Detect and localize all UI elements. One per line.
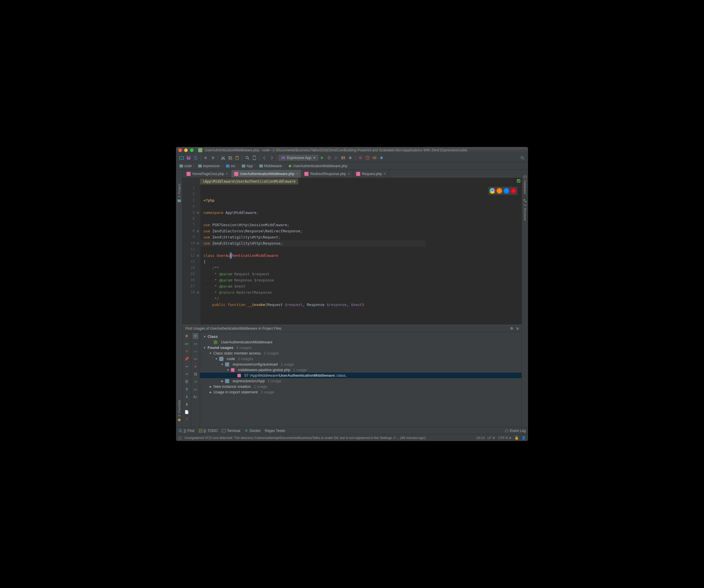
next-icon[interactable]: ➡	[184, 371, 190, 377]
group-icon[interactable]: ▭	[193, 341, 198, 347]
hector-icon[interactable]: 👤	[522, 436, 526, 440]
help-icon[interactable]: ?	[364, 154, 371, 161]
help-icon[interactable]: ?	[184, 417, 190, 422]
breadcrumb-item[interactable]: src	[225, 164, 237, 168]
breadcrumb-item[interactable]: App	[241, 164, 254, 168]
redo-icon[interactable]	[210, 154, 216, 161]
replace-icon[interactable]	[251, 154, 257, 161]
back-icon[interactable]	[261, 154, 268, 161]
run-configuration-dropdown[interactable]: Expressive App ▼	[279, 155, 318, 161]
minimize-window-button[interactable]	[184, 148, 188, 152]
chrome-icon[interactable]	[489, 188, 495, 194]
close-tab-icon[interactable]: ×	[296, 172, 298, 176]
stop-icon[interactable]: ●	[193, 364, 198, 370]
export2-icon[interactable]: ⬇	[184, 401, 190, 407]
preview-icon[interactable]: ▭	[193, 386, 198, 392]
event-log-button[interactable]: Event Log	[505, 429, 526, 433]
undo-icon[interactable]	[202, 154, 209, 161]
editor-area[interactable]: \App\Middleware\UserAuthenticationMiddle…	[182, 178, 522, 325]
close-window-button[interactable]	[178, 148, 182, 152]
listener-icon[interactable]	[371, 154, 378, 161]
autoscroll-icon[interactable]: ➜	[193, 379, 198, 385]
namespace-breadcrumb[interactable]: \App\Middleware\UserAuthenticationMiddle…	[200, 179, 298, 184]
settings-icon[interactable]	[357, 154, 364, 161]
close-icon[interactable]: ✕	[184, 348, 190, 354]
cursor-position[interactable]: 10:13	[476, 436, 485, 440]
stop-icon[interactable]	[347, 154, 353, 161]
tree-node[interactable]: ▼Class	[200, 334, 522, 339]
breadcrumb-item[interactable]: Middleware	[258, 164, 283, 168]
up-icon[interactable]: ⬆	[184, 386, 190, 392]
close-tab-icon[interactable]: ×	[384, 172, 386, 176]
read-only-icon[interactable]: 🔓	[515, 436, 519, 440]
forward-icon[interactable]	[269, 154, 275, 161]
zoom-window-button[interactable]	[190, 148, 193, 152]
cut-icon[interactable]	[220, 154, 226, 161]
profiler-icon[interactable]	[340, 154, 346, 161]
copy-icon[interactable]	[227, 154, 233, 161]
find-icon[interactable]	[244, 154, 250, 161]
export-icon[interactable]: ☰	[184, 379, 190, 385]
docker-tool-button[interactable]: Docker	[244, 429, 261, 433]
settings-icon[interactable]: ⚙	[184, 333, 190, 339]
gear-icon[interactable]: ⚙	[510, 326, 513, 331]
save-icon[interactable]	[185, 154, 192, 161]
breadcrumb-item[interactable]: CUserAuthenticationMiddleware.php	[287, 164, 349, 168]
merge-icon[interactable]: ▭	[193, 348, 198, 354]
terminal-tool-button[interactable]: Terminal	[222, 429, 240, 433]
filter-icon[interactable]: ▼	[193, 333, 198, 339]
open-icon[interactable]	[178, 154, 185, 161]
prev-icon[interactable]: ⬅	[184, 364, 190, 370]
opera-icon[interactable]	[511, 188, 516, 194]
tree-node[interactable]: ▼ middleware-pipeline.global.php1 usage	[200, 367, 522, 373]
tree-node[interactable]: UserAuthenticationMiddleware	[200, 339, 522, 345]
tree-node[interactable]: 57 \App\Middleware\UserAuthenticationMid…	[200, 373, 522, 378]
close-tab-icon[interactable]: ×	[226, 172, 228, 176]
pin-icon[interactable]: ⇲	[516, 326, 519, 331]
find-tool-button[interactable]: 3: Find	[178, 429, 194, 433]
close-tab-icon[interactable]: ×	[348, 172, 350, 176]
project-tool-button[interactable]: 1: Project	[177, 182, 182, 205]
rerun-icon[interactable]: ▸▸	[184, 341, 190, 347]
favorites-tool-button[interactable]: 2: Favorites	[177, 397, 182, 424]
editor-tab[interactable]: RedirectResponse.php×	[301, 170, 353, 178]
fold-gutter[interactable]: ⊟ ⊟ ⊟ ⊟ ⊟	[197, 178, 200, 325]
regex-tool-button[interactable]: Regex Tester	[265, 429, 285, 433]
breadcrumb-item[interactable]: code	[178, 164, 193, 168]
tree-node[interactable]: ▼ expressive/config/autoload1 usage	[200, 362, 522, 367]
down-icon[interactable]: ⬇	[184, 394, 190, 400]
safari-icon[interactable]	[504, 188, 509, 194]
editor-tab[interactable]: HomePageCest.php×	[184, 170, 231, 178]
usages-tree[interactable]: ▼Class UserAuthenticationMiddleware ▼Fou…	[200, 332, 522, 427]
file-encoding[interactable]: UTF-8 ≑	[498, 436, 512, 440]
debug-icon[interactable]	[326, 154, 333, 161]
breadcrumb-item[interactable]: expressive	[197, 164, 221, 168]
ai-icon[interactable]	[378, 154, 385, 161]
tree-node[interactable]: ▶Usage in import statement1 usage	[200, 389, 522, 395]
code-editor[interactable]: <?php namespace App\Middleware; use PSR7…	[200, 178, 522, 325]
editor-tab[interactable]: Request.php×	[353, 170, 389, 178]
pin-icon[interactable]: 📌	[184, 356, 190, 362]
collapse-icon[interactable]: ⊟	[193, 371, 198, 377]
line-separator[interactable]: LF ≑	[488, 436, 495, 440]
tree-node[interactable]: ▶ expressive/src/App1 usage	[200, 378, 522, 384]
run-icon[interactable]	[319, 154, 326, 161]
structure-tool-button[interactable]: Z: Structure	[522, 196, 528, 223]
editor-tab[interactable]: UserAuthenticationMiddleware.php×	[231, 170, 302, 178]
tree-node[interactable]: ▼Class static member access2 usages	[200, 350, 522, 356]
tree-node[interactable]: ▼Found usages4 usages	[200, 345, 522, 350]
flatten-icon[interactable]: ▭	[193, 356, 198, 362]
database-tool-button[interactable]: Database	[522, 173, 528, 196]
sort-icon[interactable]: A↓	[193, 394, 198, 400]
coverage-icon[interactable]	[333, 154, 339, 161]
todo-tool-button[interactable]: 6: TODO	[198, 429, 218, 433]
paste-icon[interactable]	[234, 154, 240, 161]
tree-node[interactable]: ▼ code2 usages	[200, 356, 522, 362]
firefox-icon[interactable]	[496, 188, 502, 194]
status-message[interactable]: Unregistered VCS root detected: The dire…	[184, 436, 473, 440]
sync-icon[interactable]	[192, 154, 199, 161]
export3-icon[interactable]: 📄	[184, 409, 190, 415]
search-everywhere-icon[interactable]	[519, 154, 526, 161]
tree-node[interactable]: ▶New instance creation1 usage	[200, 384, 522, 389]
toggle-toolwindows-icon[interactable]: ▢	[178, 436, 182, 440]
